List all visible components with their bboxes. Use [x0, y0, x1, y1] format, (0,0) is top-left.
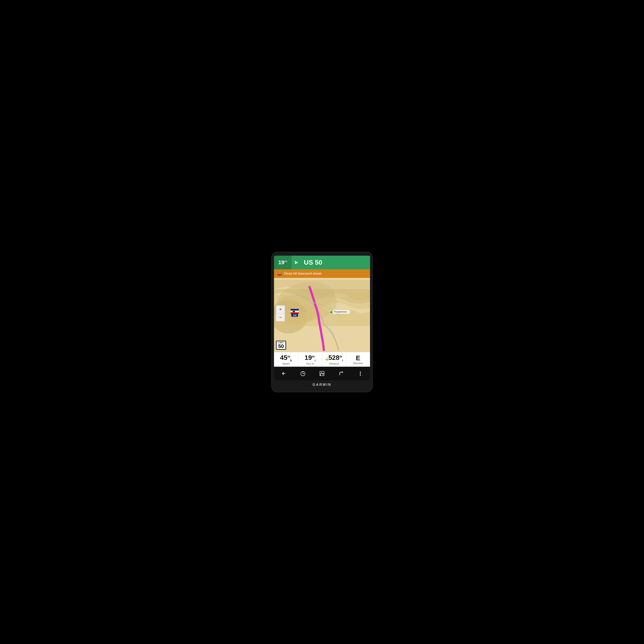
road-name: US 50	[304, 259, 322, 266]
stat-distance: ⛳528mi Distance	[322, 352, 346, 367]
turn-in-value: 19mi	[304, 354, 315, 362]
svg-text:Powderhorn: Powderhorn	[334, 310, 347, 313]
nav-arrow-block: ➤	[292, 256, 301, 269]
garmin-logo: GARMIN	[313, 383, 332, 387]
svg-rect-9	[291, 309, 299, 311]
svg-point-5	[330, 311, 333, 314]
speed-limit-value: 50	[278, 344, 284, 349]
warning-text: Steep hill downward ahead.	[284, 272, 322, 275]
stat-turn-in: 19mi Turn In	[298, 352, 322, 367]
route-number: 149	[291, 314, 298, 317]
speed-limit-sign: LIMIT 50	[276, 341, 286, 350]
speed-value: 45mh	[280, 354, 292, 362]
turn-right-icon: ➤	[294, 259, 298, 266]
timer-button[interactable]	[298, 369, 308, 378]
nav-distance-block: 19mi	[274, 256, 292, 269]
svg-rect-11	[291, 312, 299, 314]
zoom-controls[interactable]: + −	[276, 305, 285, 321]
direction-value: E	[356, 355, 360, 361]
clock-icon	[300, 371, 306, 376]
hill-warning-icon: 🚗	[277, 271, 282, 276]
device: 19mi ➤ US 50 🚗 Steep hill downward ahead…	[271, 252, 373, 392]
speed-label: Speed	[282, 362, 290, 365]
warning-banner: 🚗 Steep hill downward ahead.	[274, 269, 370, 278]
stat-speed: 45mh Speed	[274, 352, 298, 367]
svg-marker-19	[323, 373, 324, 374]
route-badge: 149	[291, 309, 299, 317]
stats-bar: 45mh Speed 19mi Turn In ⛳528mi Distance …	[274, 352, 370, 367]
more-dots-icon	[360, 372, 361, 376]
turn-in-label: Turn In	[306, 362, 314, 365]
turn-icon	[338, 371, 344, 376]
toolbar	[274, 367, 370, 380]
colorado-flag-icon	[291, 309, 299, 314]
route-icon	[319, 371, 325, 376]
map-terrain: Powderhorn	[274, 278, 370, 352]
nav-road-block: US 50	[301, 256, 370, 269]
back-button[interactable]	[279, 369, 288, 378]
svg-marker-21	[342, 371, 343, 373]
stat-direction: E Direction	[346, 352, 370, 367]
zoom-out-button[interactable]: −	[276, 313, 285, 321]
route-button[interactable]	[317, 369, 327, 378]
turn-button[interactable]	[336, 369, 346, 378]
nav-distance-value: 19mi	[278, 259, 287, 266]
more-button[interactable]	[356, 369, 365, 378]
nav-header: 19mi ➤ US 50	[274, 256, 370, 269]
screen: 19mi ➤ US 50 🚗 Steep hill downward ahead…	[274, 256, 370, 381]
map-area[interactable]: Powderhorn + −	[274, 278, 370, 352]
distance-value: ⛳528mi	[325, 354, 343, 362]
zoom-in-button[interactable]: +	[276, 305, 285, 313]
back-icon	[281, 371, 286, 376]
direction-label: Direction	[353, 362, 363, 365]
distance-label: Distance	[329, 362, 339, 365]
